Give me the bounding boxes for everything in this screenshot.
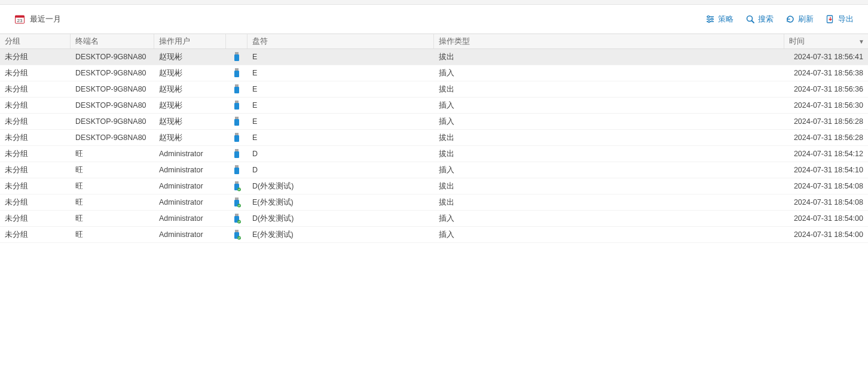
table-row[interactable]: 未分组旺AdministratorE(外发测试)拔出2024-07-31 18:…	[0, 194, 868, 211]
cell-drive-value: D	[252, 150, 258, 158]
cell-drive-value: E(外发测试)	[252, 230, 294, 240]
cell-action: 插入	[434, 214, 784, 224]
table-row[interactable]: 未分组旺AdministratorD(外发测试)拔出2024-07-31 18:…	[0, 178, 868, 194]
calendar-icon: 23	[14, 14, 25, 25]
cell-action: 插入	[434, 230, 784, 240]
table-row[interactable]: 未分组DESKTOP-9G8NA80赵现彬E插入2024-07-31 18:56…	[0, 65, 868, 81]
cell-time-value: 2024-07-31 18:56:30	[789, 101, 863, 110]
cell-drive-value: E	[252, 53, 257, 61]
svg-rect-1	[16, 16, 25, 18]
table-row[interactable]: 未分组旺AdministratorD插入2024-07-31 18:54:10	[0, 162, 868, 178]
cell-group-value: 未分组	[5, 181, 28, 192]
cell-terminal-value: 旺	[75, 230, 83, 240]
cell-time-value: 2024-07-31 18:56:38	[789, 69, 863, 77]
topbar-spacer	[0, 0, 868, 5]
cell-group: 未分组	[0, 84, 71, 95]
header-group[interactable]: 分组	[0, 34, 71, 48]
sliders-icon	[705, 14, 715, 24]
cell-user-value: Administrator	[159, 182, 203, 190]
date-filter[interactable]: 23 最近一月	[14, 14, 61, 25]
header-action[interactable]: 操作类型	[434, 34, 784, 48]
cell-action-value: 插入	[439, 101, 454, 111]
cell-drive: E	[247, 69, 434, 77]
cell-time: 2024-07-31 18:54:12	[784, 150, 868, 158]
svg-line-7	[752, 21, 754, 23]
cell-group: 未分组	[0, 101, 71, 111]
cell-time-value: 2024-07-31 18:56:36	[789, 85, 863, 93]
strategy-label: 策略	[718, 14, 733, 25]
table-row[interactable]: 未分组旺AdministratorE(外发测试)插入2024-07-31 18:…	[0, 227, 868, 243]
cell-action: 拔出	[434, 149, 784, 159]
cell-device-icon	[226, 197, 247, 208]
cell-user: Administrator	[154, 214, 226, 223]
svg-rect-14	[234, 87, 239, 93]
table-row[interactable]: 未分组旺AdministratorD(外发测试)插入2024-07-31 18:…	[0, 211, 868, 227]
cell-drive: E	[247, 53, 434, 61]
cell-action: 拔出	[434, 84, 784, 95]
cell-drive: E(外发测试)	[247, 197, 434, 208]
cell-action: 插入	[434, 101, 784, 111]
svg-rect-24	[234, 168, 239, 174]
header-action-label: 操作类型	[439, 37, 470, 47]
refresh-button[interactable]: 刷新	[786, 14, 814, 25]
cell-action: 拔出	[434, 181, 784, 192]
cell-drive-value: E	[252, 85, 257, 93]
cell-time: 2024-07-31 18:56:38	[784, 69, 868, 77]
date-filter-label: 最近一月	[30, 14, 61, 25]
table-row[interactable]: 未分组DESKTOP-9G8NA80赵现彬E插入2024-07-31 18:56…	[0, 98, 868, 114]
cell-time: 2024-07-31 18:54:00	[784, 230, 868, 239]
cell-device-icon	[226, 84, 247, 95]
cell-drive-value: E	[252, 69, 257, 77]
header-time[interactable]: 时间 ▼	[784, 34, 868, 48]
cell-group: 未分组	[0, 52, 71, 62]
search-button[interactable]: 搜索	[745, 14, 774, 25]
cell-action: 拔出	[434, 133, 784, 143]
cell-terminal-value: DESKTOP-9G8NA80	[75, 53, 146, 61]
svg-rect-20	[234, 135, 239, 142]
cell-terminal: 旺	[71, 214, 154, 224]
table-row[interactable]: 未分组DESKTOP-9G8NA80赵现彬E拔出2024-07-31 18:56…	[0, 130, 868, 146]
cell-group: 未分组	[0, 133, 71, 143]
cell-device-icon	[226, 132, 247, 143]
cell-device-icon	[226, 116, 247, 127]
header-drive[interactable]: 盘符	[247, 34, 434, 48]
cell-drive: E	[247, 101, 434, 110]
cell-action-value: 插入	[439, 117, 454, 127]
cell-terminal: 旺	[71, 165, 154, 175]
svg-rect-16	[234, 103, 239, 110]
cell-time-value: 2024-07-31 18:54:08	[789, 198, 863, 206]
cell-device-icon	[226, 213, 247, 224]
table-row[interactable]: 未分组DESKTOP-9G8NA80赵现彬E拔出2024-07-31 18:56…	[0, 81, 868, 98]
cell-action: 拔出	[434, 197, 784, 208]
strategy-button[interactable]: 策略	[705, 14, 733, 25]
toolbar: 23 最近一月 策略 搜索 刷新	[0, 5, 868, 34]
sort-desc-icon[interactable]: ▼	[858, 38, 864, 45]
cell-time: 2024-07-31 18:56:41	[784, 53, 868, 61]
table-row[interactable]: 未分组旺AdministratorD拔出2024-07-31 18:54:12	[0, 146, 868, 162]
cell-action-value: 拔出	[439, 133, 454, 143]
cell-drive-value: E	[252, 133, 257, 142]
cell-terminal-value: DESKTOP-9G8NA80	[75, 69, 146, 77]
cell-group-value: 未分组	[5, 84, 28, 95]
cell-user-value: 赵现彬	[159, 133, 182, 143]
cell-terminal-value: DESKTOP-9G8NA80	[75, 101, 146, 110]
cell-terminal-value: DESKTOP-9G8NA80	[75, 117, 146, 126]
table-row[interactable]: 未分组DESKTOP-9G8NA80赵现彬E拔出2024-07-31 18:56…	[0, 49, 868, 65]
cell-time-value: 2024-07-31 18:54:08	[789, 182, 863, 190]
table-header: 分组 终端名 操作用户 盘符 操作类型 时间 ▼	[0, 34, 868, 49]
cell-drive: E	[247, 85, 434, 93]
table-row[interactable]: 未分组DESKTOP-9G8NA80赵现彬E插入2024-07-31 18:56…	[0, 114, 868, 130]
cell-action-value: 拔出	[439, 197, 454, 208]
cell-group: 未分组	[0, 117, 71, 127]
cell-terminal-value: 旺	[75, 165, 83, 175]
export-button[interactable]: 导出	[826, 14, 854, 25]
header-terminal[interactable]: 终端名	[71, 34, 154, 48]
header-user[interactable]: 操作用户	[154, 34, 226, 48]
toolbar-actions: 策略 搜索 刷新 导出	[705, 14, 854, 25]
cell-user: Administrator	[154, 182, 226, 190]
cell-terminal: DESKTOP-9G8NA80	[71, 117, 154, 126]
cell-time: 2024-07-31 18:54:00	[784, 214, 868, 223]
header-drive-label: 盘符	[252, 37, 268, 47]
cell-action-value: 插入	[439, 68, 454, 78]
cell-action-value: 拔出	[439, 84, 454, 95]
